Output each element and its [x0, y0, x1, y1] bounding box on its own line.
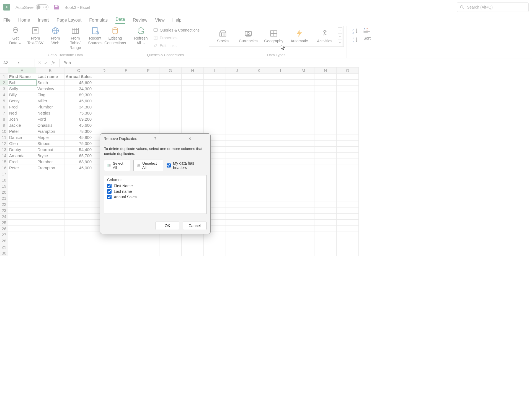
cell-C1[interactable]: Annual Sales [64, 74, 93, 80]
cell-E30[interactable] [115, 250, 137, 256]
cell-E3[interactable] [115, 86, 137, 92]
col-header-O[interactable]: O [337, 68, 359, 74]
cell-L2[interactable] [270, 80, 292, 86]
cell-O2[interactable] [337, 80, 359, 86]
cell-F7[interactable] [137, 110, 159, 116]
cell-O25[interactable] [337, 220, 359, 226]
formula-value[interactable]: Bob [60, 60, 71, 65]
cell-C22[interactable] [64, 201, 93, 207]
cell-A17[interactable] [8, 171, 36, 177]
cell-O16[interactable] [337, 165, 359, 171]
cell-O30[interactable] [337, 250, 359, 256]
cell-A6[interactable]: Fred [8, 104, 36, 110]
cell-E4[interactable] [115, 92, 137, 98]
cell-N17[interactable] [314, 171, 337, 177]
row-header-19[interactable]: 19 [0, 183, 8, 189]
cell-C7[interactable]: 75,300 [64, 110, 93, 116]
cell-L7[interactable] [270, 110, 292, 116]
tab-insert[interactable]: Insert [38, 17, 49, 24]
get-data-btn-5[interactable]: Existing Connections [105, 26, 125, 46]
row-header-8[interactable]: 8 [0, 116, 8, 122]
cell-F2[interactable] [137, 80, 159, 86]
cell-A30[interactable] [8, 250, 36, 256]
cell-K8[interactable] [248, 116, 270, 122]
cell-J27[interactable] [226, 232, 248, 238]
cell-M4[interactable] [292, 92, 314, 98]
cell-N15[interactable] [314, 159, 337, 165]
cell-L21[interactable] [270, 195, 292, 201]
cell-O8[interactable] [337, 116, 359, 122]
column-checkbox-2[interactable]: Annual Sales [107, 195, 203, 199]
row-header-22[interactable]: 22 [0, 201, 8, 207]
cell-A11[interactable]: Danica [8, 134, 36, 141]
cell-F30[interactable] [137, 250, 159, 256]
tab-home[interactable]: Home [18, 17, 30, 24]
cell-O11[interactable] [337, 134, 359, 141]
select-all-corner[interactable] [0, 68, 8, 74]
tab-page-layout[interactable]: Page Layout [56, 17, 81, 24]
cell-L24[interactable] [270, 214, 292, 220]
row-header-23[interactable]: 23 [0, 207, 8, 214]
cell-O1[interactable] [337, 74, 359, 80]
cell-D1[interactable] [93, 74, 115, 80]
cell-K15[interactable] [248, 159, 270, 165]
cell-B10[interactable]: Frampton [36, 128, 64, 134]
cell-B27[interactable] [36, 232, 64, 238]
cell-L23[interactable] [270, 207, 292, 214]
cell-L12[interactable] [270, 141, 292, 147]
cell-F9[interactable] [137, 122, 159, 128]
cell-C13[interactable]: 54,400 [64, 147, 93, 153]
cell-E8[interactable] [115, 116, 137, 122]
tab-data[interactable]: Data [115, 16, 125, 24]
col-header-L[interactable]: L [270, 68, 292, 74]
cell-E5[interactable] [115, 98, 137, 104]
cell-O5[interactable] [337, 98, 359, 104]
cell-A23[interactable] [8, 207, 36, 214]
cell-O18[interactable] [337, 177, 359, 183]
cell-L18[interactable] [270, 177, 292, 183]
row-header-25[interactable]: 25 [0, 220, 8, 226]
cell-O15[interactable] [337, 159, 359, 165]
cell-B30[interactable] [36, 250, 64, 256]
cell-A2[interactable]: Bob [8, 80, 36, 86]
data-type-currencies[interactable]: Currencies [236, 29, 261, 44]
cell-L26[interactable] [270, 226, 292, 232]
data-type-geography[interactable]: Geography [261, 29, 286, 44]
data-type-activities[interactable]: Activities [312, 29, 337, 44]
cell-C24[interactable] [64, 214, 93, 220]
cell-A22[interactable] [8, 201, 36, 207]
cell-J26[interactable] [226, 226, 248, 232]
cell-B9[interactable]: Onassis [36, 122, 64, 128]
cell-K10[interactable] [248, 128, 270, 134]
cell-M17[interactable] [292, 171, 314, 177]
row-header-17[interactable]: 17 [0, 171, 8, 177]
cell-A16[interactable]: Peter [8, 165, 36, 171]
cell-L9[interactable] [270, 122, 292, 128]
cell-C27[interactable] [64, 232, 93, 238]
cell-I30[interactable] [204, 250, 226, 256]
cell-L4[interactable] [270, 92, 292, 98]
col-header-F[interactable]: F [137, 68, 159, 74]
cell-O14[interactable] [337, 153, 359, 159]
cell-D6[interactable] [93, 104, 115, 110]
cell-K23[interactable] [248, 207, 270, 214]
cell-N12[interactable] [314, 141, 337, 147]
cell-N9[interactable] [314, 122, 337, 128]
cell-B23[interactable] [36, 207, 64, 214]
cell-C21[interactable] [64, 195, 93, 201]
cell-J22[interactable] [226, 201, 248, 207]
cell-O23[interactable] [337, 207, 359, 214]
cell-A28[interactable] [8, 238, 36, 244]
cell-N29[interactable] [314, 244, 337, 250]
cell-K28[interactable] [248, 238, 270, 244]
cell-B26[interactable] [36, 226, 64, 232]
cell-A21[interactable] [8, 195, 36, 201]
cell-E29[interactable] [115, 244, 137, 250]
data-type-stocks[interactable]: Stocks [210, 29, 236, 44]
cell-N24[interactable] [314, 214, 337, 220]
cell-O29[interactable] [337, 244, 359, 250]
tab-help[interactable]: Help [172, 17, 182, 24]
cell-K27[interactable] [248, 232, 270, 238]
cell-B19[interactable] [36, 183, 64, 189]
row-header-28[interactable]: 28 [0, 238, 8, 244]
